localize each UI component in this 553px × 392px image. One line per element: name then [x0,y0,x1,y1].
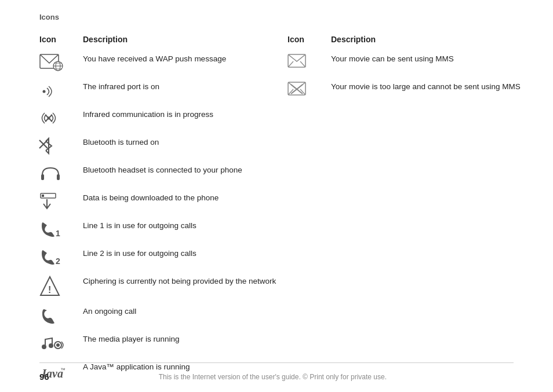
page-title: Icons [39,13,59,21]
wap-push-icon [39,52,71,72]
list-item: Bluetooth headset is connected to your p… [39,163,282,185]
svg-point-25 [56,343,60,347]
list-item: Infrared communication is in progress [39,108,282,130]
svg-rect-14 [57,174,60,180]
ongoing-call-icon [39,305,71,325]
list-item: Your movie can be sent using MMS [288,52,530,74]
right-column: Icon Description Your movie can be sent … [282,35,530,388]
right-col-header: Icon Description [288,35,530,44]
mms-fail-desc: Your movie is too large and cannot be se… [331,80,530,93]
footer-divider [39,362,514,363]
svg-point-23 [49,343,53,348]
list-item: 2 Line 2 is in use for outgoing calls [39,247,282,269]
line1-desc: Line 1 is in use for outgoing calls [83,219,282,232]
list-item: ! Ciphering is currently not being provi… [39,274,282,299]
footer-note: This is the Internet version of the user… [49,373,496,381]
mms-ok-desc: Your movie can be sent using MMS [331,52,530,65]
left-icon-header: Icon [39,35,71,44]
bluetooth-headset-desc: Bluetooth headset is connected to your p… [83,163,282,176]
svg-point-22 [42,345,46,349]
line1-icon: 1 [39,219,71,240]
list-item: The media player is running [39,332,282,354]
ongoing-call-desc: An ongoing call [83,305,282,317]
bluetooth-on-icon [39,135,71,155]
list-item: Your movie is too large and cannot be se… [288,80,530,102]
mms-ok-icon [288,52,319,72]
list-item: 1 Line 1 is in use for outgoing calls [39,219,282,241]
svg-line-30 [300,61,305,67]
svg-line-29 [288,61,293,67]
list-item: You have received a WAP push message [39,52,282,74]
ciphering-icon: ! [39,274,71,299]
left-column: Icon Description You have received a WAP [39,35,282,388]
bluetooth-on-desc: Bluetooth is turned on [83,135,282,148]
infrared-progress-desc: Infrared communication is in progress [83,108,282,120]
bluetooth-headset-icon [39,163,71,185]
infrared-on-icon [39,80,71,100]
line2-icon: 2 [39,247,71,268]
list-item: Bluetooth is turned on [39,135,282,157]
footer: 96 This is the Internet version of the u… [39,372,514,382]
media-player-icon [39,332,71,353]
data-download-icon [39,191,71,212]
right-icon-header: Icon [288,35,319,44]
list-item: Data is being downloaded to the phone [39,191,282,213]
svg-rect-13 [41,174,44,180]
list-item: An ongoing call [39,305,282,327]
wap-push-desc: You have received a WAP push message [83,52,282,65]
data-download-desc: Data is being downloaded to the phone [83,191,282,204]
page-number: 96 [39,372,49,382]
list-item: The infrared port is on [39,80,282,102]
content-area: Icon Description You have received a WAP [39,35,530,388]
right-desc-header: Description [331,35,376,44]
svg-point-6 [43,90,46,93]
svg-text:2: 2 [56,257,60,266]
ciphering-desc: Ciphering is currently not being provide… [83,274,282,287]
svg-text:1: 1 [56,229,60,238]
svg-rect-16 [42,195,44,197]
infrared-progress-icon [39,108,71,127]
left-col-header: Icon Description [39,35,282,44]
infrared-on-desc: The infrared port is on [83,80,282,93]
svg-text:!: ! [48,285,51,295]
media-player-desc: The media player is running [83,332,282,345]
left-desc-header: Description [83,35,128,44]
line2-desc: Line 2 is in use for outgoing calls [83,247,282,259]
mms-fail-icon [288,80,319,100]
